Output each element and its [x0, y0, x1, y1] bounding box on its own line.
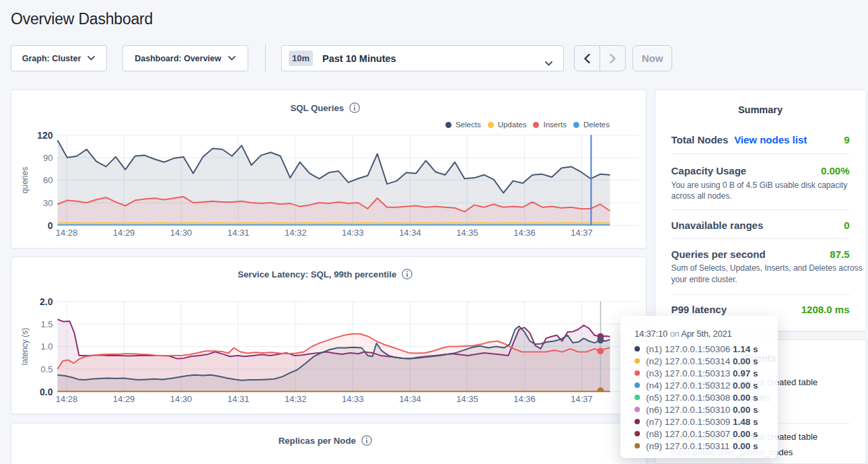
svg-text:90: 90	[43, 153, 52, 163]
svg-text:14:31: 14:31	[227, 393, 249, 403]
svg-text:14:30: 14:30	[170, 228, 192, 238]
svg-text:30: 30	[43, 198, 52, 208]
svg-text:latency (s): latency (s)	[20, 327, 30, 364]
svg-text:14:30: 14:30	[170, 393, 192, 403]
svg-text:0: 0	[47, 220, 52, 231]
svg-text:14:33: 14:33	[342, 393, 364, 403]
svg-text:14:28: 14:28	[55, 393, 77, 403]
svg-text:14:34: 14:34	[399, 393, 421, 403]
svg-text:60: 60	[43, 175, 52, 185]
svg-text:14:34: 14:34	[399, 228, 421, 238]
svg-text:14:28: 14:28	[55, 228, 77, 238]
svg-text:2.0: 2.0	[40, 296, 53, 306]
svg-text:0.5: 0.5	[40, 364, 52, 374]
svg-text:14:33: 14:33	[342, 228, 364, 238]
svg-text:14:32: 14:32	[284, 228, 306, 238]
svg-text:120: 120	[37, 130, 53, 141]
svg-text:14:37: 14:37	[571, 228, 593, 238]
svg-text:14:29: 14:29	[112, 393, 135, 403]
svg-text:14:29: 14:29	[112, 228, 135, 238]
svg-text:queries: queries	[20, 167, 30, 193]
svg-text:14:35: 14:35	[456, 228, 478, 238]
svg-text:1.5: 1.5	[40, 319, 52, 329]
svg-text:1.0: 1.0	[40, 341, 52, 352]
svg-text:14:31: 14:31	[227, 228, 249, 238]
svg-text:14:32: 14:32	[284, 393, 306, 403]
svg-text:14:36: 14:36	[513, 393, 536, 403]
svg-text:0.0: 0.0	[40, 386, 53, 397]
svg-text:14:36: 14:36	[513, 228, 536, 238]
svg-text:14:37: 14:37	[571, 393, 593, 403]
svg-text:14:35: 14:35	[456, 393, 478, 403]
